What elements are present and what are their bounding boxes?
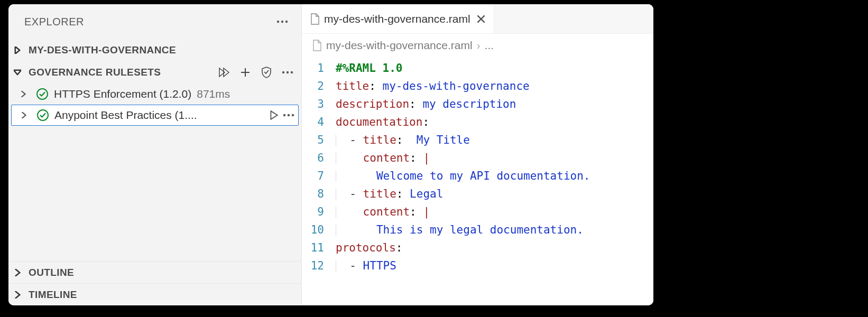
svg-point-4	[287, 71, 289, 73]
row-more-icon[interactable]	[283, 114, 294, 117]
line-number: 2	[302, 77, 336, 95]
line-content: protocols:	[336, 239, 402, 257]
code-line[interactable]: 11protocols:	[302, 239, 653, 257]
code-line[interactable]: 3description: my description	[302, 95, 653, 113]
line-content: Welcome to my API documentation.	[336, 167, 590, 185]
line-content: content: |	[336, 203, 430, 221]
line-number: 7	[302, 167, 336, 185]
ruleset-row-selected[interactable]: Anypoint Best Practices (1....	[11, 105, 299, 126]
explorer-more-icon[interactable]	[274, 13, 291, 30]
breadcrumb-file: my-des-with-governance.raml	[326, 39, 473, 52]
line-content: description: my description	[336, 95, 516, 113]
section-governance[interactable]: GOVERNANCE RULESETS	[8, 61, 301, 83]
line-content: - title: My Title	[336, 131, 470, 149]
editor-tab[interactable]: my-des-with-governance.raml	[302, 4, 494, 33]
line-content: - HTTPS	[336, 257, 396, 275]
code-line[interactable]: 10 This is my legal documentation.	[302, 221, 653, 239]
breadcrumb-sep: ›	[477, 39, 481, 52]
line-number: 8	[302, 185, 336, 203]
section-timeline-label: TIMELINE	[29, 289, 77, 301]
code-line[interactable]: 6 content: |	[302, 149, 653, 167]
chevron-down-icon	[14, 69, 25, 76]
code-line[interactable]: 7 Welcome to my API documentation.	[302, 167, 653, 185]
svg-point-10	[292, 114, 294, 116]
editor-tabs: my-des-with-governance.raml	[302, 4, 653, 34]
sidebar: EXPLORER MY-DES-WITH-GOVERNANCE GOVERNAN…	[8, 4, 302, 305]
chevron-right-icon	[21, 112, 31, 118]
code-line[interactable]: 2title: my-des-with-governance	[302, 77, 653, 95]
file-icon	[312, 40, 322, 51]
section-project[interactable]: MY-DES-WITH-GOVERNANCE	[8, 39, 301, 61]
line-number: 10	[302, 221, 336, 239]
svg-point-0	[277, 21, 279, 23]
close-icon[interactable]	[477, 15, 485, 23]
ruleset-label: HTTPS Enforcement (1.2.0)	[54, 88, 191, 100]
section-project-label: MY-DES-WITH-GOVERNANCE	[29, 44, 176, 56]
line-number: 4	[302, 113, 336, 131]
chevron-right-icon	[14, 269, 25, 276]
shield-icon[interactable]	[258, 64, 275, 81]
svg-point-5	[291, 71, 293, 73]
line-content: documentation:	[336, 113, 429, 131]
line-number: 3	[302, 95, 336, 113]
breadcrumb[interactable]: my-des-with-governance.raml › ...	[302, 34, 653, 57]
line-number: 5	[302, 131, 336, 149]
section-more-icon[interactable]	[279, 64, 296, 81]
code-line[interactable]: 5 - title: My Title	[302, 131, 653, 149]
line-number: 1	[302, 59, 336, 77]
breadcrumb-ellipsis: ...	[485, 39, 494, 52]
file-icon	[310, 13, 320, 25]
chevron-right-icon	[14, 46, 25, 54]
code-line[interactable]: 4documentation:	[302, 113, 653, 131]
line-content: content: |	[336, 149, 430, 167]
line-number: 11	[302, 239, 336, 257]
section-outline-label: OUTLINE	[29, 267, 74, 278]
svg-point-9	[288, 114, 290, 116]
explorer-header: EXPLORER	[8, 4, 301, 39]
code-editor[interactable]: 1#%RAML 1.02title: my-des-with-governanc…	[302, 57, 653, 275]
code-line[interactable]: 9 content: |	[302, 203, 653, 221]
ruleset-row[interactable]: HTTPS Enforcement (1.2.0) 871ms	[8, 83, 301, 105]
svg-point-7	[38, 110, 48, 120]
section-governance-label: GOVERNANCE RULESETS	[29, 67, 161, 78]
check-circle-icon	[36, 88, 49, 100]
line-number: 12	[302, 257, 336, 275]
line-content: #%RAML 1.0	[336, 59, 402, 77]
line-content: This is my legal documentation.	[336, 221, 584, 239]
chevron-right-icon	[14, 291, 25, 299]
svg-point-2	[285, 21, 288, 23]
line-content: title: my-des-with-governance	[336, 77, 530, 95]
svg-point-1	[281, 21, 283, 23]
ruleset-label: Anypoint Best Practices (1....	[54, 109, 197, 122]
governance-toolbar	[216, 64, 296, 81]
check-circle-icon	[36, 109, 49, 122]
play-icon[interactable]	[269, 110, 279, 120]
line-number: 6	[302, 149, 336, 167]
code-line[interactable]: 1#%RAML 1.0	[302, 59, 653, 77]
code-line[interactable]: 12 - HTTPS	[302, 257, 653, 275]
section-timeline[interactable]: TIMELINE	[8, 283, 301, 305]
svg-point-8	[283, 114, 285, 116]
add-icon[interactable]	[237, 64, 254, 81]
chevron-right-icon	[20, 91, 31, 97]
section-outline[interactable]: OUTLINE	[8, 261, 301, 283]
editor: my-des-with-governance.raml my-des-with-…	[302, 4, 653, 305]
run-all-icon[interactable]	[216, 64, 233, 81]
svg-point-6	[37, 89, 48, 99]
svg-point-3	[282, 71, 284, 73]
tab-label: my-des-with-governance.raml	[324, 13, 470, 25]
line-number: 9	[302, 203, 336, 221]
code-line[interactable]: 8 - title: Legal	[302, 185, 653, 203]
line-content: - title: Legal	[336, 185, 443, 203]
ruleset-timing: 871ms	[197, 88, 230, 100]
explorer-title: EXPLORER	[24, 16, 84, 28]
